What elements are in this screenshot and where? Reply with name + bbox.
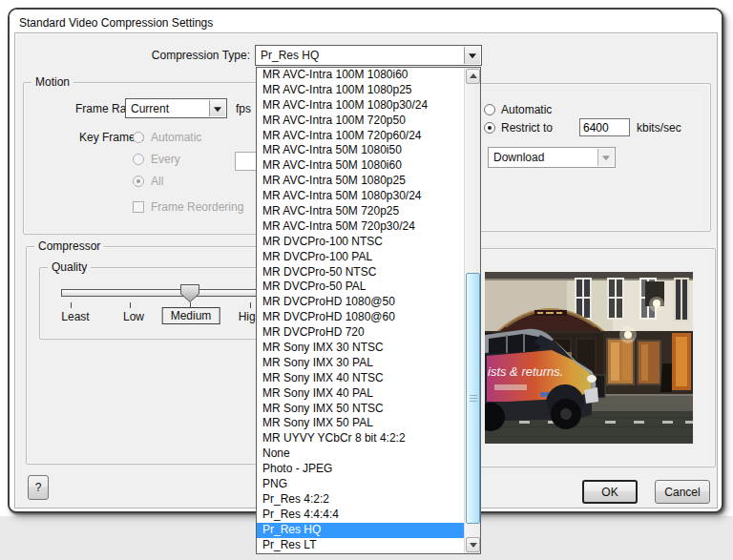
frame-rate-dropdown-button[interactable] bbox=[209, 100, 225, 116]
list-item[interactable]: MR AVC-Intra 50M 720p25 bbox=[257, 204, 464, 219]
frame-reordering-checkbox[interactable] bbox=[133, 201, 144, 213]
list-item[interactable]: MR AVC-Intra 100M 1080p30/24 bbox=[257, 98, 464, 114]
frame-rate-value: Current bbox=[131, 102, 169, 115]
slider-tick bbox=[71, 302, 72, 308]
slider-tick bbox=[130, 302, 131, 308]
quality-group-title: Quality bbox=[48, 260, 91, 274]
keyframes-all-radio[interactable] bbox=[133, 176, 144, 187]
optimize-dropdown-button[interactable] bbox=[597, 149, 614, 166]
list-item[interactable]: MR AVC-Intra 50M 1080i60 bbox=[257, 158, 464, 174]
quality-label-low: Low bbox=[123, 310, 144, 323]
ok-button[interactable]: OK bbox=[582, 480, 638, 504]
list-item[interactable]: MR Sony IMX 30 PAL bbox=[257, 356, 464, 371]
list-item[interactable]: MR AVC-Intra 100M 1080p25 bbox=[257, 83, 464, 98]
scrollbar-up-button[interactable] bbox=[466, 69, 480, 84]
frame-reordering-label: Frame Reordering bbox=[151, 200, 243, 214]
keyframes-automatic-radio[interactable] bbox=[133, 132, 144, 143]
data-rate-restrict-radio[interactable] bbox=[484, 122, 495, 134]
scrollbar-grip-icon bbox=[470, 395, 477, 403]
fps-label: fps bbox=[236, 102, 251, 115]
list-item[interactable]: MR DVCPro-50 PAL bbox=[257, 280, 464, 295]
data-rate-input[interactable] bbox=[579, 118, 630, 136]
list-item[interactable]: Pr_Res HQ bbox=[257, 523, 464, 538]
cancel-button-label: Cancel bbox=[664, 486, 700, 499]
list-item[interactable]: MR Sony IMX 50 NTSC bbox=[257, 402, 464, 417]
ok-button-label: OK bbox=[601, 486, 618, 499]
dropdown-scrollbar bbox=[464, 68, 480, 553]
chevron-down-icon bbox=[469, 53, 476, 58]
list-item[interactable]: MR DVCPro-100 NTSC bbox=[257, 235, 464, 250]
list-item[interactable]: MR AVC-Intra 100M 720p50 bbox=[257, 114, 464, 129]
taxi-ad-text: ists & returns. bbox=[488, 364, 563, 379]
frame-rate-combobox[interactable]: Current bbox=[125, 98, 227, 118]
list-item[interactable]: Pr_Res LT bbox=[257, 538, 464, 553]
screen: Standard Video Compression Settings Comp… bbox=[0, 0, 733, 560]
slider-tick bbox=[250, 302, 251, 308]
list-item[interactable]: MR DVCProHD 1080@60 bbox=[257, 310, 464, 325]
chevron-down-icon bbox=[214, 107, 221, 112]
list-item[interactable]: MR Sony IMX 50 PAL bbox=[257, 416, 464, 431]
list-item[interactable]: MR Sony IMX 30 NTSC bbox=[257, 341, 464, 356]
scrollbar-thumb[interactable] bbox=[466, 273, 480, 524]
chevron-down-icon bbox=[602, 156, 610, 160]
list-item[interactable]: Pr_Res 4:2:2 bbox=[257, 492, 464, 508]
optimize-combobox[interactable]: Download bbox=[488, 147, 616, 168]
data-rate-restrict-label: Restrict to bbox=[501, 121, 553, 135]
compression-type-combobox[interactable]: Pr_Res HQ bbox=[255, 45, 482, 66]
list-item[interactable]: MR DVCProHD 1080@50 bbox=[257, 295, 464, 310]
compression-type-dropdown-list: MR AVC-Intra 100M 1080i60MR AVC-Intra 10… bbox=[256, 67, 481, 554]
list-item[interactable]: MR Sony IMX 40 PAL bbox=[257, 386, 464, 402]
titlebar[interactable]: Standard Video Compression Settings bbox=[10, 10, 722, 33]
list-item[interactable]: MR AVC-Intra 100M 720p60/24 bbox=[257, 129, 464, 144]
compression-type-label: Compression Type: bbox=[111, 49, 250, 62]
quality-label-least: Least bbox=[61, 310, 89, 323]
list-item[interactable]: PNG bbox=[257, 477, 464, 492]
keyframes-all-label: All bbox=[151, 175, 163, 188]
help-button-label: ? bbox=[35, 481, 42, 494]
list-item[interactable]: None bbox=[257, 446, 464, 462]
data-rate-automatic-label: Automatic bbox=[501, 103, 552, 116]
keyframes-every-label: Every bbox=[151, 153, 180, 166]
dialog-title: Standard Video Compression Settings bbox=[19, 16, 213, 30]
data-rate-automatic-radio[interactable] bbox=[484, 104, 495, 115]
kbits-label: kbits/sec bbox=[637, 121, 681, 135]
list-item[interactable]: MR DVCPro-50 NTSC bbox=[257, 265, 464, 280]
list-item[interactable]: MR AVC-Intra 50M 1080p25 bbox=[257, 174, 464, 189]
list-item[interactable]: MR AVC-Intra 50M 720p30/24 bbox=[257, 219, 464, 235]
list-item[interactable]: MR Sony IMX 40 NTSC bbox=[257, 371, 464, 386]
compression-type-value: Pr_Res HQ bbox=[261, 49, 319, 62]
list-item[interactable]: MR AVC-Intra 50M 1080i50 bbox=[257, 143, 464, 158]
compressor-group-title: Compressor bbox=[34, 239, 104, 253]
optimize-value: Download bbox=[493, 151, 544, 164]
list-item[interactable]: MR AVC-Intra 50M 1080p30/24 bbox=[257, 189, 464, 204]
quality-label-medium: Medium bbox=[162, 307, 220, 324]
keyframes-every-radio[interactable] bbox=[133, 154, 144, 165]
preview-image: ists & returns. bbox=[485, 272, 693, 444]
motion-group-title: Motion bbox=[31, 75, 73, 89]
list-item[interactable]: MR UYVY YCbCr 8 bit 4:2:2 bbox=[257, 431, 464, 446]
arrow-up-icon bbox=[470, 73, 477, 78]
list-item[interactable]: MR DVCProHD 720 bbox=[257, 325, 464, 341]
keyframes-automatic-label: Automatic bbox=[151, 131, 201, 144]
list-item[interactable]: Photo - JPEG bbox=[257, 462, 464, 477]
list-item[interactable]: Pr_Res 4:4:4:4 bbox=[257, 508, 464, 523]
help-button[interactable]: ? bbox=[28, 475, 49, 500]
cancel-button[interactable]: Cancel bbox=[655, 480, 710, 504]
dropdown-items: MR AVC-Intra 100M 1080i60MR AVC-Intra 10… bbox=[257, 68, 464, 553]
scrollbar-down-button[interactable] bbox=[466, 537, 480, 552]
list-item[interactable]: MR AVC-Intra 100M 1080i60 bbox=[257, 68, 464, 83]
arrow-down-icon bbox=[470, 543, 477, 548]
list-item[interactable]: MR DVCPro-100 PAL bbox=[257, 250, 464, 265]
compression-type-dropdown-button[interactable] bbox=[464, 47, 480, 64]
